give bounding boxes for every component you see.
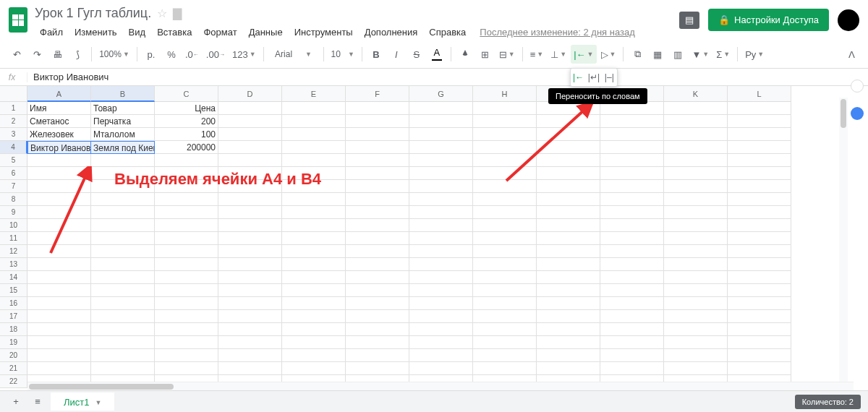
cell[interactable] xyxy=(537,193,600,206)
cell[interactable] xyxy=(155,219,218,232)
cell[interactable] xyxy=(728,115,791,128)
cell[interactable] xyxy=(91,297,155,310)
cell[interactable] xyxy=(728,297,791,310)
cell[interactable] xyxy=(155,297,218,310)
cell[interactable] xyxy=(664,297,728,310)
cell[interactable] xyxy=(282,219,346,232)
cell[interactable] xyxy=(728,180,791,193)
fill-color-button[interactable] xyxy=(456,45,475,64)
text-rotation-button[interactable]: ▷▼ xyxy=(598,45,619,64)
row-header-18[interactable]: 18 xyxy=(0,323,27,336)
cell[interactable] xyxy=(473,336,537,349)
cell[interactable] xyxy=(600,349,664,362)
row-header-1[interactable]: 1 xyxy=(0,102,27,115)
cell[interactable] xyxy=(155,154,218,167)
column-header-e[interactable]: E xyxy=(282,86,346,102)
cell[interactable] xyxy=(537,297,600,310)
cell[interactable] xyxy=(218,271,282,284)
cell[interactable] xyxy=(27,362,91,375)
cell[interactable]: Мталолом xyxy=(91,128,155,141)
cell[interactable] xyxy=(600,128,664,141)
filter-button[interactable]: ▼▼ xyxy=(689,45,712,64)
cell[interactable] xyxy=(155,362,218,375)
cell[interactable]: Перчатка xyxy=(91,115,155,128)
cell[interactable] xyxy=(218,193,282,206)
cell[interactable] xyxy=(600,232,664,245)
cell[interactable] xyxy=(409,284,473,297)
cell[interactable]: Виктор Иванови xyxy=(27,141,91,154)
cell[interactable] xyxy=(282,102,346,115)
cell[interactable] xyxy=(664,258,728,271)
cell[interactable] xyxy=(409,180,473,193)
cell[interactable] xyxy=(728,219,791,232)
cell[interactable]: Железовек xyxy=(27,128,91,141)
cell[interactable] xyxy=(600,193,664,206)
cell[interactable] xyxy=(282,271,346,284)
row-header-15[interactable]: 15 xyxy=(0,284,27,297)
row-header-17[interactable]: 17 xyxy=(0,310,27,323)
text-wrap-button[interactable]: |←▼ xyxy=(571,45,596,64)
cell[interactable] xyxy=(600,323,664,336)
cell[interactable] xyxy=(27,271,91,284)
cell[interactable] xyxy=(27,154,91,167)
cell[interactable] xyxy=(728,271,791,284)
cell[interactable] xyxy=(91,271,155,284)
cell[interactable] xyxy=(218,141,282,154)
cell[interactable] xyxy=(346,193,409,206)
cell[interactable] xyxy=(473,349,537,362)
cell[interactable] xyxy=(282,258,346,271)
cell[interactable] xyxy=(537,323,600,336)
cell[interactable] xyxy=(664,102,728,115)
wrap-wrap-option[interactable]: |↵| xyxy=(587,71,600,84)
wrap-clip-option[interactable]: |–| xyxy=(603,71,616,84)
cell[interactable] xyxy=(473,271,537,284)
cell[interactable] xyxy=(409,232,473,245)
row-header-4[interactable]: 4 xyxy=(0,141,27,154)
column-header-h[interactable]: H xyxy=(473,86,537,102)
cell[interactable] xyxy=(728,245,791,258)
cell[interactable] xyxy=(282,284,346,297)
cell[interactable] xyxy=(346,323,409,336)
cell[interactable] xyxy=(218,206,282,219)
side-task-icon[interactable] xyxy=(851,107,864,120)
toolbar-collapse-button[interactable]: ᐱ xyxy=(842,45,861,64)
cell[interactable] xyxy=(728,258,791,271)
cell[interactable] xyxy=(409,297,473,310)
cell[interactable] xyxy=(728,128,791,141)
cell[interactable] xyxy=(409,193,473,206)
row-header-3[interactable]: 3 xyxy=(0,128,27,141)
cell[interactable] xyxy=(728,102,791,115)
column-header-a[interactable]: A xyxy=(27,86,91,102)
cell[interactable] xyxy=(218,232,282,245)
cell[interactable] xyxy=(409,336,473,349)
cell[interactable] xyxy=(409,219,473,232)
cell[interactable] xyxy=(600,310,664,323)
undo-button[interactable]: ↶ xyxy=(7,45,26,64)
cell[interactable] xyxy=(346,245,409,258)
cell[interactable] xyxy=(346,141,409,154)
insert-chart-button[interactable]: ▥ xyxy=(668,45,687,64)
cell[interactable] xyxy=(664,271,728,284)
zoom-select[interactable]: 100%▼ xyxy=(96,45,132,64)
row-header-6[interactable]: 6 xyxy=(0,167,27,180)
row-header-11[interactable]: 11 xyxy=(0,232,27,245)
cell[interactable] xyxy=(409,167,473,180)
cell[interactable] xyxy=(27,310,91,323)
cell[interactable] xyxy=(537,206,600,219)
cell[interactable] xyxy=(91,323,155,336)
cell[interactable]: 100 xyxy=(155,128,218,141)
font-select[interactable]: Arial▼ xyxy=(268,45,319,64)
cell[interactable] xyxy=(409,271,473,284)
menu-tools[interactable]: Инструменты xyxy=(289,24,358,40)
cell[interactable] xyxy=(346,349,409,362)
cell[interactable] xyxy=(282,193,346,206)
borders-button[interactable]: ⊞ xyxy=(476,45,495,64)
cell[interactable] xyxy=(409,128,473,141)
cell[interactable] xyxy=(155,349,218,362)
cell[interactable] xyxy=(728,284,791,297)
cell[interactable] xyxy=(537,310,600,323)
row-header-9[interactable]: 9 xyxy=(0,206,27,219)
comments-button[interactable]: ▤ xyxy=(679,12,699,29)
cell[interactable] xyxy=(728,206,791,219)
column-header-f[interactable]: F xyxy=(346,86,409,102)
